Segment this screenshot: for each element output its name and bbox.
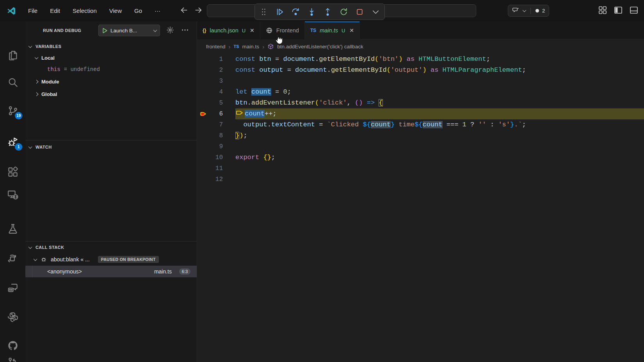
- code-area[interactable]: 1const btn = document.getElementById('bt…: [197, 54, 644, 362]
- activity-search-icon[interactable]: [0, 73, 25, 92]
- code-token: =>: [367, 99, 375, 106]
- step-out-button[interactable]: [323, 7, 333, 17]
- activity-chat-icon[interactable]: [0, 279, 25, 297]
- variables-scope-global[interactable]: Global: [25, 88, 197, 100]
- activity-source-control-icon[interactable]: 19: [0, 101, 25, 120]
- gutter[interactable]: 7: [197, 119, 235, 130]
- code-line-10[interactable]: 10export {};: [197, 152, 644, 163]
- breadcrumb[interactable]: frontend›TSmain.ts›btn.addEventListener(…: [197, 39, 644, 53]
- drag-handle[interactable]: [259, 7, 269, 17]
- code-line-1[interactable]: 1const btn = document.getElementById('bt…: [197, 54, 644, 65]
- activity-pull-requests-icon[interactable]: [0, 353, 25, 362]
- step-over-button[interactable]: [291, 7, 301, 17]
- breadcrumb-item[interactable]: main.ts: [242, 44, 260, 50]
- activity-testing-icon[interactable]: [0, 219, 25, 238]
- tab-launch-json[interactable]: {}launch.jsonU✕: [197, 21, 260, 39]
- untracked-badge: U: [342, 28, 345, 34]
- code-token: 'output': [391, 66, 423, 74]
- gutter[interactable]: 3: [197, 76, 235, 87]
- toggle-panel-button[interactable]: [629, 5, 639, 16]
- breadcrumb-item[interactable]: frontend: [206, 44, 226, 50]
- go-forward-button[interactable]: [194, 6, 203, 16]
- activity-badge: 19: [15, 112, 22, 119]
- go-back-button[interactable]: [180, 6, 189, 16]
- gutter[interactable]: 4: [197, 87, 235, 98]
- start-debug-icon[interactable]: [99, 27, 110, 34]
- gutter[interactable]: 10: [197, 152, 235, 163]
- variables-section-header[interactable]: VARIABLES: [25, 41, 197, 52]
- code-token: [375, 99, 379, 106]
- line-content[interactable]: });: [235, 130, 644, 141]
- gutter[interactable]: 12: [197, 174, 235, 185]
- activity-remote-explorer-icon[interactable]: [0, 185, 25, 204]
- line-content[interactable]: count++;: [235, 108, 644, 119]
- line-content[interactable]: [235, 141, 644, 152]
- code-line-6[interactable]: 6count++;: [197, 108, 644, 119]
- breadcrumb-item[interactable]: btn.addEventListener('click') callback: [277, 44, 363, 50]
- tab-main-ts[interactable]: TSmain.tsU✕: [305, 21, 360, 39]
- code-line-9[interactable]: 9: [197, 141, 644, 152]
- activity-explorer-icon[interactable]: [0, 46, 25, 64]
- gutter[interactable]: 8: [197, 130, 235, 141]
- code-line-12[interactable]: 12: [197, 174, 644, 185]
- line-content[interactable]: [235, 163, 644, 174]
- call-stack-session-row[interactable]: about:blank « ... PAUSED ON BREAKPOINT: [25, 253, 197, 266]
- line-content[interactable]: export {};: [235, 152, 644, 163]
- code-line-3[interactable]: 3: [197, 76, 644, 87]
- line-content[interactable]: const btn = document.getElementById('btn…: [235, 54, 644, 65]
- copilot-widget[interactable]: 2: [508, 5, 549, 17]
- stop-button[interactable]: [355, 7, 365, 17]
- gutter[interactable]: 5: [197, 98, 235, 108]
- toggle-sidebar-button[interactable]: [614, 5, 623, 16]
- variable-this[interactable]: this = undefined: [25, 64, 197, 75]
- variables-scope-local[interactable]: Local: [25, 52, 197, 64]
- code-line-4[interactable]: 4let count = 0;: [197, 87, 644, 98]
- close-tab-icon[interactable]: ✕: [349, 27, 354, 34]
- copilot-menu-chevron-icon[interactable]: [523, 8, 527, 12]
- step-into-button[interactable]: [307, 7, 317, 17]
- code-line-7[interactable]: 7 output.textContent = `Clicked ${count}…: [197, 119, 644, 130]
- continue-button[interactable]: [275, 7, 285, 17]
- watch-section-header[interactable]: WATCH: [25, 140, 197, 154]
- menu-view[interactable]: View: [105, 6, 126, 16]
- activity-refactor-preview-icon[interactable]: [0, 249, 25, 268]
- gutter[interactable]: 11: [197, 163, 235, 174]
- line-content[interactable]: [235, 76, 644, 87]
- line-content[interactable]: [235, 174, 644, 185]
- more-actions-icon[interactable]: [181, 26, 189, 35]
- gutter[interactable]: 6: [197, 108, 235, 119]
- launch-config-dropdown[interactable]: Launch B...: [98, 25, 160, 36]
- paused-on-breakpoint-badge: PAUSED ON BREAKPOINT: [98, 256, 159, 263]
- line-content[interactable]: output.textContent = `Clicked ${count} t…: [235, 119, 644, 130]
- menu-file[interactable]: File: [23, 6, 42, 16]
- variables-scope-module[interactable]: Module: [25, 75, 197, 88]
- menu-[interactable]: ···: [150, 6, 165, 16]
- gutter[interactable]: 1: [197, 54, 235, 65]
- gutter[interactable]: 9: [197, 141, 235, 152]
- activity-python-icon[interactable]: [0, 308, 25, 327]
- line-content[interactable]: const output = document.getElementById('…: [235, 65, 644, 76]
- menu-selection[interactable]: Selection: [68, 6, 101, 16]
- customize-layout-button[interactable]: [598, 5, 607, 16]
- copilot-chat-icon[interactable]: [512, 6, 520, 16]
- code-line-8[interactable]: 8});: [197, 130, 644, 141]
- gutter[interactable]: 2: [197, 65, 235, 76]
- restart-button[interactable]: [339, 7, 349, 17]
- menu-edit[interactable]: Edit: [45, 6, 65, 16]
- line-content[interactable]: btn.addEventListener('click', () => {: [235, 98, 644, 108]
- call-stack-frame-row[interactable]: <anonymous> main.ts 6:3: [25, 266, 197, 277]
- debug-settings-gear-icon[interactable]: [166, 26, 174, 35]
- code-line-2[interactable]: 2const output = document.getElementById(…: [197, 65, 644, 76]
- code-line-11[interactable]: 11: [197, 163, 644, 174]
- call-stack-section-header[interactable]: CALL STACK: [25, 241, 197, 253]
- activity-extensions-icon[interactable]: [0, 163, 25, 181]
- line-content[interactable]: let count = 0;: [235, 87, 644, 98]
- code-token: '': [478, 121, 486, 128]
- menu-go[interactable]: Go: [130, 6, 147, 16]
- close-tab-icon[interactable]: ✕: [250, 27, 254, 34]
- code-line-5[interactable]: 5btn.addEventListener('click', () => {: [197, 98, 644, 108]
- activity-github-icon[interactable]: [0, 336, 25, 355]
- debug-session-picker[interactable]: [371, 7, 381, 17]
- activity-run-and-debug-icon[interactable]: 1: [0, 133, 25, 151]
- editor-group: {}launch.jsonU✕FrontendTSmain.tsU✕ front…: [197, 21, 644, 362]
